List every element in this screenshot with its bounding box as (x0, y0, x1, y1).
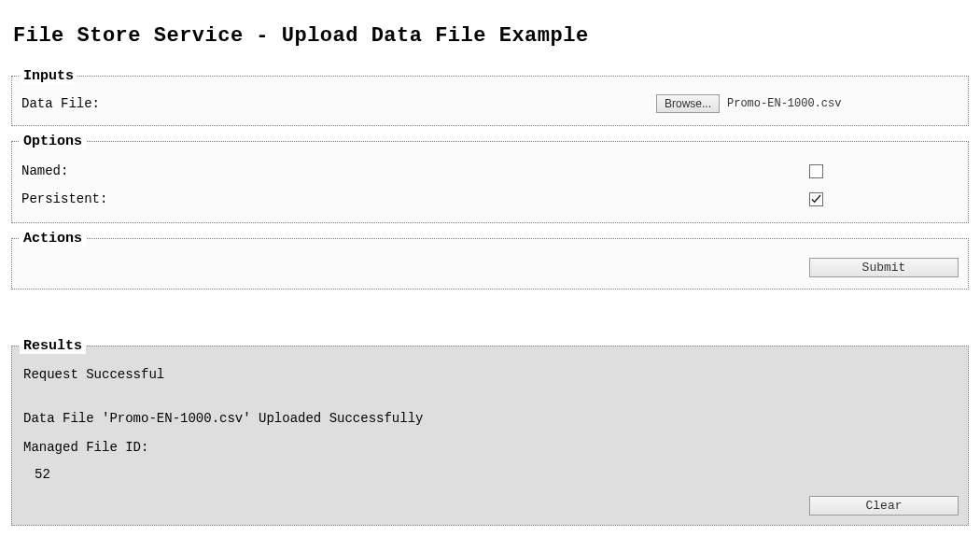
selected-file-name: Promo-EN-1000.csv (727, 97, 841, 110)
data-file-label: Data File: (21, 96, 656, 111)
clear-button[interactable]: Clear (809, 496, 959, 516)
managed-file-id-label: Managed File ID: (23, 438, 959, 458)
inputs-panel: Inputs Data File: Browse... Promo-EN-100… (11, 68, 969, 126)
browse-button[interactable]: Browse... (656, 94, 720, 113)
results-panel: Results Request Successful Data File 'Pr… (11, 338, 969, 526)
named-label: Named: (21, 163, 809, 178)
options-panel: Options Named: Persistent: (11, 134, 969, 223)
actions-legend: Actions (20, 231, 86, 247)
managed-file-id-value: 52 (35, 465, 959, 485)
options-legend: Options (20, 134, 86, 149)
actions-panel: Actions Submit (11, 231, 969, 290)
submit-button[interactable]: Submit (809, 258, 959, 277)
results-detail: Data File 'Promo-EN-1000.csv' Uploaded S… (23, 409, 959, 429)
persistent-label: Persistent: (21, 191, 809, 206)
page-title: File Store Service - Upload Data File Ex… (13, 24, 969, 48)
named-checkbox[interactable] (809, 164, 823, 178)
inputs-legend: Inputs (20, 68, 77, 84)
persistent-checkbox[interactable] (809, 192, 823, 206)
results-status: Request Successful (23, 365, 959, 385)
results-legend: Results (20, 338, 86, 354)
